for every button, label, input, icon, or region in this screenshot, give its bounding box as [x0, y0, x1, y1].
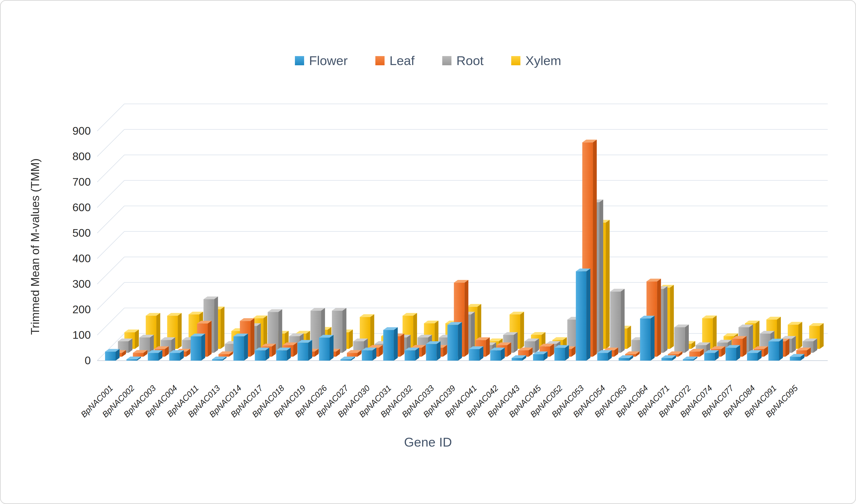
- y-axis-title: Trimmed Mean of M-values (TMM): [29, 158, 42, 335]
- bar-flower-BpNAC077: [726, 345, 740, 361]
- bar-flower-BpNAC071: [662, 355, 676, 361]
- bar-root-BpNAC054: [610, 289, 625, 353]
- bar-flower-BpNAC084: [747, 350, 762, 361]
- bar-flower-BpNAC064: [640, 316, 655, 361]
- bar-flower-BpNAC091: [768, 339, 783, 361]
- bars: [105, 140, 824, 361]
- y-tick-labels: 0100200300400500600700800900: [72, 125, 91, 366]
- bar-flower-BpNAC031: [383, 327, 398, 361]
- y-tick-label: 100: [72, 329, 91, 341]
- y-tick-label: 800: [72, 150, 91, 162]
- bar-flower-BpNAC002: [126, 357, 141, 361]
- bar-flower-BpNAC018: [276, 348, 291, 361]
- bar-flower-BpNAC063: [619, 355, 633, 361]
- gridline-diagonal: [97, 206, 124, 233]
- gridline-diagonal: [97, 129, 124, 157]
- x-tick-labels: BpNAC001BpNAC002BpNAC003BpNAC004BpNAC011…: [79, 383, 800, 419]
- bar-root-BpNAC026: [332, 308, 346, 353]
- bar-flower-BpNAC072: [683, 357, 697, 361]
- bar-flower-BpNAC004: [169, 350, 184, 361]
- bar-flower-BpNAC019: [298, 340, 312, 361]
- bar-root-BpNAC002: [139, 335, 154, 353]
- bar-flower-BpNAC095: [790, 354, 804, 361]
- bar-flower-BpNAC045: [533, 352, 548, 361]
- gridline-diagonal: [97, 308, 124, 335]
- bar-flower-BpNAC052: [554, 345, 569, 361]
- bar-flower-BpNAC001: [105, 349, 120, 361]
- bar-flower-BpNAC042: [490, 348, 505, 361]
- bar-flower-BpNAC014: [234, 334, 248, 361]
- y-tick-label: 600: [72, 201, 91, 214]
- bar-flower-BpNAC041: [469, 346, 483, 361]
- bar-flower-BpNAC032: [405, 348, 419, 361]
- y-tick-label: 0: [85, 354, 91, 366]
- bar-flower-BpNAC013: [212, 357, 227, 361]
- gridline-diagonal: [97, 180, 124, 208]
- gridline-diagonal: [97, 283, 124, 310]
- y-tick-label: 300: [72, 278, 91, 290]
- bar-leaf-BpNAC002: [133, 350, 147, 357]
- bar-flower-BpNAC026: [319, 335, 334, 361]
- y-tick-label: 400: [72, 252, 91, 265]
- gridline-diagonal: [97, 231, 124, 258]
- bar-flower-BpNAC017: [255, 348, 269, 361]
- 3d-column-chart: 0100200300400500600700800900BpNAC001BpNA…: [1, 1, 856, 504]
- gridline-diagonal: [97, 257, 124, 284]
- bar-leaf-BpNAC013: [219, 352, 233, 357]
- bar-flower-BpNAC074: [704, 350, 719, 361]
- bar-root-BpNAC071: [674, 324, 689, 353]
- y-tick-label: 700: [72, 176, 91, 188]
- gridline-diagonal: [97, 104, 124, 131]
- bar-flower-BpNAC054: [597, 350, 612, 361]
- bar-flower-BpNAC053: [576, 269, 590, 361]
- bar-flower-BpNAC033: [426, 341, 441, 361]
- bar-leaf-BpNAC027: [347, 350, 361, 357]
- bar-flower-BpNAC003: [148, 350, 162, 361]
- y-tick-label: 200: [72, 303, 91, 316]
- bar-flower-BpNAC011: [191, 334, 205, 361]
- y-tick-label: 500: [72, 227, 91, 239]
- x-axis-title: Gene ID: [1, 435, 855, 450]
- bar-flower-BpNAC030: [362, 348, 376, 361]
- y-tick-label: 900: [72, 125, 91, 137]
- chart-frame: FlowerLeafRootXylem 01002003004005006007…: [0, 0, 856, 504]
- gridline-diagonal: [97, 155, 124, 182]
- bar-flower-BpNAC043: [512, 355, 526, 361]
- bar-flower-BpNAC027: [340, 357, 355, 361]
- bar-leaf-BpNAC072: [689, 349, 704, 357]
- bar-flower-BpNAC039: [448, 322, 462, 361]
